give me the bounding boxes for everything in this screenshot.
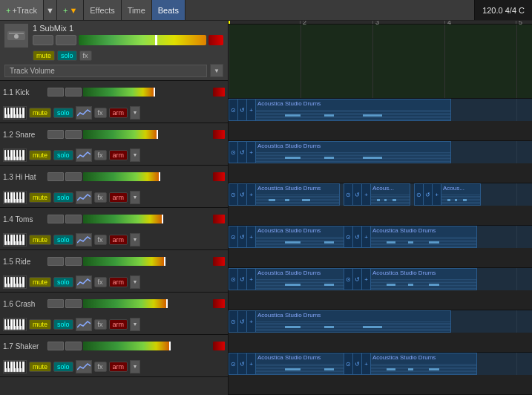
clip-lock-6-0[interactable]: ⊙ — [229, 353, 238, 374]
clip-edit-2-1[interactable]: + — [362, 184, 371, 205]
clip-2-0[interactable]: ⊙ ↺ + Acoustica Studio Drums — [229, 183, 340, 206]
solo-btn-6[interactable]: solo — [53, 362, 73, 372]
fader-center-3[interactable] — [65, 215, 82, 223]
clip-lock-5-0[interactable]: ⊙ — [229, 311, 238, 332]
piano-icon-6[interactable] — [3, 360, 27, 373]
fader-center-5[interactable] — [65, 299, 82, 308]
mute-btn-5[interactable]: mute — [29, 319, 51, 330]
fader-mini-1[interactable] — [47, 130, 64, 139]
fader-center-1[interactable] — [65, 130, 82, 139]
clip-loop-3-1[interactable]: ↺ — [353, 226, 362, 247]
volume-label[interactable]: Track Volume — [4, 65, 207, 77]
track-dropdown-2[interactable]: ▼ — [130, 191, 140, 204]
submix-fader-center[interactable] — [56, 35, 76, 45]
clip-edit-5-0[interactable]: + — [247, 311, 256, 332]
playhead[interactable] — [229, 21, 230, 24]
clip-edit-3-1[interactable]: + — [362, 226, 371, 247]
solo-btn-1[interactable]: solo — [53, 150, 73, 160]
clip-loop-6-0[interactable]: ↺ — [238, 353, 247, 374]
fader-bar-4[interactable] — [83, 257, 211, 266]
clip-edit-6-1[interactable]: + — [362, 353, 371, 374]
beats-button[interactable]: Beats — [152, 0, 185, 20]
clip-lock-0-0[interactable]: ⊙ — [229, 99, 238, 120]
clip-lock-2-0[interactable]: ⊙ — [229, 184, 238, 205]
fx-btn-5[interactable]: fx — [94, 319, 107, 330]
fader-bar-6[interactable] — [83, 342, 211, 350]
arm-btn-3[interactable]: arm — [109, 235, 128, 245]
submix-fx-btn[interactable]: fx — [79, 50, 92, 61]
solo-btn-0[interactable]: solo — [53, 108, 73, 118]
clip-lock-3-1[interactable]: ⊙ — [344, 226, 353, 247]
track-dropdown-3[interactable]: ▼ — [130, 233, 140, 247]
fader-bar-0[interactable] — [83, 88, 211, 97]
clip-2-1[interactable]: ⊙ ↺ + Acous... — [344, 183, 410, 206]
submix-fader-main[interactable] — [79, 35, 206, 45]
piano-icon-1[interactable] — [3, 148, 27, 162]
solo-btn-3[interactable]: solo — [53, 235, 73, 245]
automation-icon-2[interactable] — [76, 191, 92, 204]
clip-1-0[interactable]: ⊙ ↺ + Acoustica Studio Drums — [229, 141, 451, 163]
automation-icon-4[interactable] — [76, 275, 92, 289]
track-dropdown-1[interactable]: ▼ — [130, 148, 140, 162]
piano-icon-5[interactable] — [3, 318, 27, 331]
clip-loop-2-2[interactable]: ↺ — [424, 184, 433, 205]
clip-edit-4-1[interactable]: + — [362, 269, 371, 290]
fader-mini-6[interactable] — [47, 342, 64, 350]
track-options-button[interactable]: ▼ — [44, 0, 57, 20]
submix-solo-btn[interactable]: solo — [57, 50, 77, 61]
fader-bar-1[interactable] — [83, 130, 211, 139]
fx-btn-0[interactable]: fx — [94, 108, 107, 118]
track-dropdown-5[interactable]: ▼ — [130, 318, 140, 331]
arm-btn-0[interactable]: arm — [109, 108, 128, 118]
automation-icon-0[interactable] — [76, 106, 92, 120]
clip-loop-4-0[interactable]: ↺ — [238, 269, 247, 290]
fader-bar-3[interactable] — [83, 215, 211, 223]
fader-bar-5[interactable] — [83, 299, 211, 308]
track-dropdown-6[interactable]: ▼ — [130, 360, 140, 373]
clip-loop-2-1[interactable]: ↺ — [353, 184, 362, 205]
clip-lock-3-0[interactable]: ⊙ — [229, 226, 238, 247]
clip-4-1[interactable]: ⊙ ↺ + Acoustica Studio Drums — [344, 268, 477, 290]
clip-lock-4-1[interactable]: ⊙ — [344, 269, 353, 290]
track-dropdown-4[interactable]: ▼ — [130, 275, 140, 289]
clip-lock-6-1[interactable]: ⊙ — [344, 353, 353, 374]
piano-icon-4[interactable] — [3, 275, 27, 289]
time-button[interactable]: Time — [122, 0, 152, 20]
track-dropdown-0[interactable]: ▼ — [130, 106, 140, 120]
fader-mini-3[interactable] — [47, 215, 64, 223]
clip-loop-3-0[interactable]: ↺ — [238, 226, 247, 247]
clip-loop-6-1[interactable]: ↺ — [353, 353, 362, 374]
fx-btn-4[interactable]: fx — [94, 277, 107, 287]
automation-icon-3[interactable] — [76, 233, 92, 247]
fx-btn-2[interactable]: fx — [94, 192, 107, 203]
mute-btn-6[interactable]: mute — [29, 362, 51, 372]
volume-dropdown-btn[interactable]: ▼ — [210, 64, 223, 77]
solo-btn-2[interactable]: solo — [53, 192, 73, 203]
fx-btn-6[interactable]: fx — [94, 362, 107, 372]
track-button[interactable]: + +Track — [0, 0, 44, 20]
clip-loop-2-0[interactable]: ↺ — [238, 184, 247, 205]
fader-center-6[interactable] — [65, 342, 82, 350]
piano-icon-0[interactable] — [3, 106, 27, 120]
fader-mini-0[interactable] — [47, 88, 64, 97]
effects-button[interactable]: Effects — [84, 0, 121, 20]
mute-btn-3[interactable]: mute — [29, 235, 51, 245]
clip-edit-6-0[interactable]: + — [247, 353, 256, 374]
clip-edit-2-0[interactable]: + — [247, 184, 256, 205]
clip-edit-0-0[interactable]: + — [247, 99, 256, 120]
arm-btn-6[interactable]: arm — [109, 362, 128, 372]
fader-center-2[interactable] — [65, 172, 82, 181]
clip-loop-5-0[interactable]: ↺ — [238, 311, 247, 332]
solo-btn-4[interactable]: solo — [53, 277, 73, 287]
fader-bar-2[interactable] — [83, 172, 211, 181]
fader-center-0[interactable] — [65, 88, 82, 97]
clip-5-0[interactable]: ⊙ ↺ + Acoustica Studio Drums — [229, 310, 451, 333]
clip-lock-4-0[interactable]: ⊙ — [229, 269, 238, 290]
fx-btn-1[interactable]: fx — [94, 150, 107, 160]
fader-center-4[interactable] — [65, 257, 82, 266]
fader-mini-4[interactable] — [47, 257, 64, 266]
clip-loop-1-0[interactable]: ↺ — [238, 142, 247, 163]
mute-btn-4[interactable]: mute — [29, 277, 51, 287]
arm-btn-2[interactable]: arm — [109, 192, 128, 203]
clip-edit-2-2[interactable]: + — [433, 184, 441, 205]
